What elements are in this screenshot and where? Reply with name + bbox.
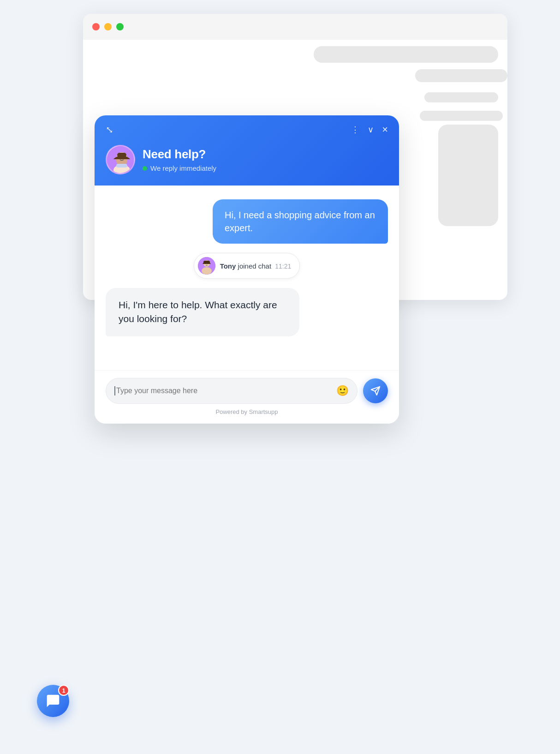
svg-point-11 bbox=[202, 267, 212, 275]
join-pill: Tony joined chat 11:21 bbox=[194, 253, 300, 279]
user-bubble: Hi, I need a shopping advice from an exp… bbox=[213, 199, 388, 244]
chat-input-area: 🙂 Powered by Smartsupp bbox=[95, 370, 399, 424]
traffic-light-yellow bbox=[104, 23, 112, 30]
message-input-wrapper[interactable]: 🙂 bbox=[106, 378, 357, 404]
browser-titlebar bbox=[83, 14, 507, 40]
send-button[interactable] bbox=[363, 378, 388, 403]
header-actions: ⋮ ∨ × bbox=[351, 124, 388, 136]
expand-icon[interactable]: ⤡ bbox=[106, 124, 113, 135]
agent-message: Hi, I'm here to help. What exactly are y… bbox=[106, 288, 388, 336]
tony-avatar-svg bbox=[198, 257, 215, 275]
join-name: Tony bbox=[220, 262, 236, 270]
tony-avatar bbox=[198, 257, 215, 275]
notification-badge: 1 bbox=[58, 685, 69, 696]
traffic-light-green bbox=[116, 23, 124, 30]
chat-header: ⤡ ⋮ ∨ × bbox=[95, 115, 399, 186]
user-message: Hi, I need a shopping advice from an exp… bbox=[106, 199, 388, 244]
agent-bubble: Hi, I'm here to help. What exactly are y… bbox=[106, 288, 299, 336]
content-sidebar-block bbox=[438, 125, 498, 226]
more-options-icon[interactable]: ⋮ bbox=[351, 125, 359, 135]
send-icon bbox=[370, 386, 381, 396]
browser-content-placeholder bbox=[406, 69, 507, 254]
status-text: We reply immediately bbox=[150, 164, 216, 172]
content-bar-3 bbox=[420, 111, 503, 121]
emoji-button[interactable]: 🙂 bbox=[336, 385, 349, 397]
input-row: 🙂 bbox=[106, 378, 388, 404]
agent-name-section: Need help? We reply immediately bbox=[143, 147, 216, 172]
join-notification: Tony joined chat 11:21 bbox=[106, 253, 388, 279]
join-text: Tony joined chat 11:21 bbox=[220, 262, 292, 270]
launcher-button[interactable]: 1 bbox=[37, 685, 69, 717]
cursor bbox=[114, 386, 115, 395]
chat-icon bbox=[46, 694, 60, 708]
join-time: 11:21 bbox=[275, 263, 291, 270]
close-icon[interactable]: × bbox=[382, 124, 388, 136]
header-controls: ⤡ ⋮ ∨ × bbox=[106, 124, 388, 136]
content-bar-1 bbox=[415, 69, 507, 82]
avatar bbox=[106, 145, 135, 174]
chat-widget: ⤡ ⋮ ∨ × bbox=[95, 115, 399, 424]
message-input[interactable] bbox=[116, 387, 336, 395]
chat-messages: Hi, I need a shopping advice from an exp… bbox=[95, 186, 399, 370]
chat-launcher[interactable]: 1 bbox=[37, 685, 69, 717]
chat-title: Need help? bbox=[143, 147, 216, 162]
powered-by: Powered by Smartsupp bbox=[106, 404, 388, 418]
agent-avatar-svg bbox=[107, 146, 135, 174]
content-bar-2 bbox=[424, 92, 498, 102]
traffic-light-red bbox=[92, 23, 100, 30]
agent-status: We reply immediately bbox=[143, 164, 216, 172]
status-dot bbox=[143, 166, 147, 171]
svg-rect-8 bbox=[116, 164, 127, 168]
address-bar bbox=[314, 46, 498, 63]
join-action: joined chat bbox=[238, 262, 272, 270]
agent-info: Need help? We reply immediately bbox=[106, 145, 388, 174]
chevron-down-icon[interactable]: ∨ bbox=[368, 125, 374, 135]
